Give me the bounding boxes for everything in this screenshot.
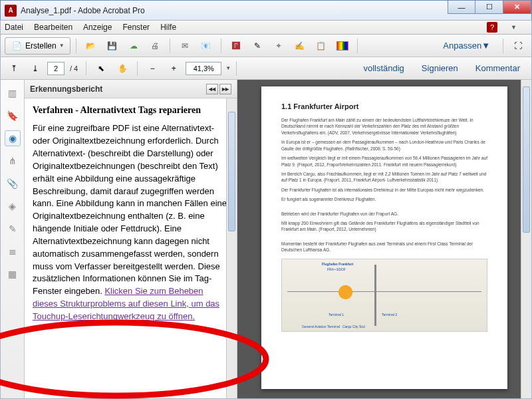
window-close-button[interactable]: ✕ (503, 1, 531, 14)
map-label: General Aviation Terminal · Cargo City S… (302, 325, 365, 329)
share-button[interactable]: 📧 (197, 37, 215, 55)
last-page-button[interactable]: ⤓ (26, 60, 45, 77)
zoom-input[interactable] (186, 62, 221, 75)
scrollbar-thumb[interactable] (228, 112, 235, 231)
zoom-in-icon: + (168, 63, 180, 74)
signatures-tab[interactable]: ✎ (5, 221, 21, 237)
doc-p: Im Bereich Cargo, also Frachtaufkommen, … (281, 171, 487, 184)
scrollbar-thumb[interactable] (523, 86, 530, 233)
create-label: Erstellen (25, 41, 57, 51)
zoom-in-button[interactable]: + (164, 60, 183, 77)
panel-heading: Verfahren - Alternativtext Tags reparier… (33, 104, 229, 117)
bookmarks-tab[interactable]: 🔖 (5, 108, 21, 124)
tags-tab[interactable]: ⋔ (5, 153, 21, 169)
panel-text: Für eine zugreifbare PDF ist eine Altern… (33, 123, 227, 296)
fullscreen-button[interactable]: ⛶ (509, 37, 527, 55)
map-label: Terminal 2 (382, 313, 397, 317)
page-total-label: / 4 (70, 65, 78, 72)
thumbnails-tab[interactable]: ▥ (5, 85, 21, 101)
map-label: Flughafen Frankfurt (322, 262, 353, 266)
save-button[interactable]: 💾 (103, 37, 122, 55)
document-view[interactable]: 1.1 Frankfurter Airport Der Flughafen Fr… (237, 80, 531, 398)
customize-label: Anpassen (443, 41, 481, 51)
menu-file[interactable]: Datei (5, 23, 23, 32)
page-number-input[interactable] (47, 62, 65, 75)
window-title: Analyse_1.pdf - Adobe Acrobat Pro (21, 6, 145, 15)
tools-full-button[interactable]: vollständig (356, 60, 411, 77)
recognition-report-panel: Erkennungsbericht ◂◂ ▸▸ Verfahren - Alte… (25, 80, 237, 398)
create-icon: 📄 (11, 40, 23, 52)
help-icon[interactable]: ? (487, 22, 497, 33)
window-minimize-button[interactable]: — (448, 1, 475, 14)
doc-p: In Europa ist er – gemessen an dem Passa… (281, 139, 487, 152)
sign-button[interactable]: ✍ (291, 37, 309, 55)
menu-edit[interactable]: Bearbeiten (34, 23, 72, 32)
edit-text-button[interactable]: ✎ (248, 37, 267, 55)
navigation-pane-tabs: ▥ 🔖 ◉ ⋔ 📎 ◈ ✎ ≣ ▦ (1, 80, 25, 398)
chevron-down-icon: ▼ (481, 41, 490, 51)
page-down-icon: ⤓ (29, 63, 41, 74)
tools-comment-label: Kommentar (475, 63, 520, 73)
panel-header: Erkennungsbericht ◂◂ ▸▸ (25, 80, 237, 98)
menubar: Datei Bearbeiten Anzeige Fenster Hilfe ?… (0, 20, 532, 35)
edit-icon: ✎ (251, 40, 263, 52)
doc-p: Er fungiert als sogenannter Drehkreuz Fl… (281, 196, 487, 202)
tools-sign-label: Signieren (422, 63, 458, 73)
panel-title: Erkennungsbericht (30, 84, 102, 94)
select-tool-button[interactable]: ⬉ (92, 60, 110, 77)
doc-p: Der Frankfurter Flughafen ist als intern… (281, 187, 487, 193)
color-button[interactable] (333, 37, 352, 55)
tools-comment-button[interactable]: Kommentar (468, 60, 527, 77)
pdf-page: 1.1 Frankfurter Airport Der Flughafen Fr… (261, 86, 507, 389)
stamp-button[interactable]: ✦ (269, 37, 288, 55)
email-button[interactable]: ✉ (176, 37, 194, 55)
app-icon: A (5, 5, 17, 17)
tools-sign-button[interactable]: Signieren (414, 60, 466, 77)
separator (221, 39, 221, 53)
menu-window[interactable]: Fenster (122, 23, 150, 32)
mail-icon: ✉ (179, 40, 191, 52)
hand-icon: ✋ (116, 63, 128, 74)
panel-prev-button[interactable]: ◂◂ (206, 84, 218, 94)
customize-button[interactable]: Anpassen ▼ (436, 37, 497, 55)
print-button[interactable]: 🖨 (146, 37, 164, 55)
map-label: Terminal 1 (329, 313, 344, 317)
window-maximize-button[interactable]: ☐ (475, 1, 503, 14)
attachments-tab[interactable]: 📎 (5, 176, 21, 192)
tools-full-label: vollständig (363, 63, 404, 73)
export-pdf-button[interactable]: 🅿 (227, 37, 245, 55)
panel-next-button[interactable]: ▸▸ (219, 84, 231, 94)
order-tab[interactable]: ≣ (5, 243, 21, 259)
doc-p: Der Flughafen Frankfurt am Main zählt zu… (281, 117, 487, 136)
chevron-down-icon: ▼ (59, 43, 65, 49)
separator (357, 39, 358, 53)
airport-map-figure: Flughafen Frankfurt FRA • EDDF Terminal … (281, 259, 487, 332)
create-button[interactable]: 📄 Erstellen ▼ (5, 37, 70, 55)
doc-p: Betrieben wird der Frankfurter Flughafen… (281, 211, 487, 217)
doc-heading: 1.1 Frankfurter Airport (281, 102, 487, 110)
menu-help[interactable]: Hilfe (160, 23, 176, 32)
separator (76, 39, 76, 53)
separator (503, 39, 503, 53)
cursor-icon: ⬉ (95, 63, 107, 74)
panel-scrollbar[interactable] (226, 98, 237, 398)
stamp-icon: ✦ (273, 40, 285, 52)
folder-open-icon: 📂 (85, 40, 97, 52)
first-page-button[interactable]: ⤒ (5, 60, 23, 77)
menu-view[interactable]: Anzeige (83, 23, 112, 32)
help-dropdown-icon[interactable]: ▼ (511, 24, 517, 31)
hand-tool-button[interactable]: ✋ (113, 60, 132, 77)
zoom-out-button[interactable]: − (143, 60, 162, 77)
separator (170, 39, 170, 53)
layers-tab[interactable]: ◈ (5, 198, 21, 214)
cloud-button[interactable]: ☁ (124, 37, 143, 55)
doc-p: Momentan besteht der Frankfurter Flughaf… (281, 241, 487, 253)
toolbar-nav: ⤒ ⤓ / 4 ⬉ ✋ − + ▼ vollständig Signieren … (0, 57, 532, 80)
separator (137, 61, 138, 76)
doc-scrollbar[interactable] (521, 80, 531, 398)
open-button[interactable]: 📂 (82, 37, 100, 55)
accessibility-report-tab[interactable]: ◉ (5, 130, 21, 146)
copy-button[interactable]: 📋 (312, 37, 331, 55)
chevron-down-icon[interactable]: ▼ (225, 65, 231, 71)
content-tab[interactable]: ▦ (5, 266, 21, 282)
